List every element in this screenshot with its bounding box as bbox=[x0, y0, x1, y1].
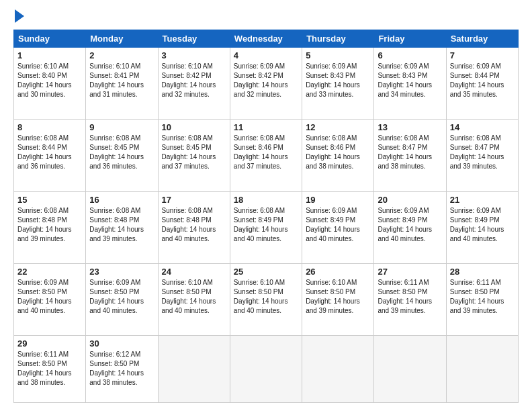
cell-line: Daylight: 14 hours bbox=[89, 81, 154, 90]
calendar-cell bbox=[446, 336, 518, 403]
cell-line: Sunset: 8:44 PM bbox=[450, 71, 515, 81]
cell-line: Daylight: 14 hours bbox=[17, 152, 82, 162]
cell-line: Sunrise: 6:09 AM bbox=[450, 62, 515, 71]
cell-line: Sunset: 8:46 PM bbox=[306, 143, 370, 152]
day-number: 6 bbox=[378, 50, 442, 60]
cell-line: Sunrise: 6:10 AM bbox=[89, 62, 154, 71]
calendar-cell: 14Sunrise: 6:08 AMSunset: 8:47 PMDayligh… bbox=[446, 120, 518, 191]
cell-line: Sunset: 8:40 PM bbox=[17, 71, 82, 81]
cell-line: and 40 minutes. bbox=[306, 234, 370, 244]
cell-info: Sunrise: 6:11 AMSunset: 8:50 PMDaylight:… bbox=[450, 278, 515, 316]
cell-info: Sunrise: 6:11 AMSunset: 8:50 PMDaylight:… bbox=[378, 278, 442, 316]
weekday-header: Saturday bbox=[446, 30, 518, 48]
cell-line: Sunrise: 6:09 AM bbox=[89, 278, 154, 287]
cell-line: Daylight: 14 hours bbox=[234, 81, 298, 90]
calendar-cell: 22Sunrise: 6:09 AMSunset: 8:50 PMDayligh… bbox=[14, 263, 86, 335]
cell-line: Sunset: 8:49 PM bbox=[234, 216, 298, 225]
day-number: 26 bbox=[306, 267, 370, 277]
cell-line: Sunrise: 6:08 AM bbox=[17, 134, 82, 143]
cell-line: Sunset: 8:42 PM bbox=[234, 71, 298, 81]
cell-line: and 40 minutes. bbox=[234, 234, 298, 244]
cell-info: Sunrise: 6:08 AMSunset: 8:44 PMDaylight:… bbox=[17, 134, 82, 171]
cell-line: Daylight: 14 hours bbox=[450, 152, 515, 162]
cell-line: and 33 minutes. bbox=[306, 90, 370, 99]
calendar-cell bbox=[374, 336, 446, 403]
cell-line: Daylight: 14 hours bbox=[89, 369, 154, 378]
cell-line: Sunset: 8:50 PM bbox=[17, 287, 82, 297]
cell-info: Sunrise: 6:11 AMSunset: 8:50 PMDaylight:… bbox=[17, 350, 82, 387]
calendar-cell: 4Sunrise: 6:09 AMSunset: 8:42 PMDaylight… bbox=[230, 48, 302, 120]
day-number: 30 bbox=[89, 338, 154, 349]
calendar-cell: 11Sunrise: 6:08 AMSunset: 8:46 PMDayligh… bbox=[230, 120, 302, 191]
cell-line: and 34 minutes. bbox=[378, 90, 442, 99]
calendar-cell: 9Sunrise: 6:08 AMSunset: 8:45 PMDaylight… bbox=[86, 120, 158, 191]
cell-line: and 38 minutes. bbox=[306, 162, 370, 171]
cell-line: Sunset: 8:50 PM bbox=[450, 287, 515, 297]
cell-line: Daylight: 14 hours bbox=[450, 225, 515, 234]
cell-line: Sunset: 8:50 PM bbox=[162, 287, 226, 297]
cell-line: Sunset: 8:49 PM bbox=[450, 216, 515, 225]
cell-line: and 39 minutes. bbox=[450, 162, 515, 171]
day-number: 19 bbox=[306, 195, 370, 205]
cell-line: and 35 minutes. bbox=[450, 90, 515, 99]
cell-line: Sunset: 8:45 PM bbox=[89, 143, 154, 152]
cell-line: Sunset: 8:50 PM bbox=[306, 287, 370, 297]
cell-info: Sunrise: 6:08 AMSunset: 8:48 PMDaylight:… bbox=[89, 206, 154, 244]
cell-line: and 30 minutes. bbox=[17, 90, 82, 99]
cell-line: Sunrise: 6:12 AM bbox=[89, 350, 154, 359]
calendar-cell bbox=[302, 336, 374, 403]
day-number: 11 bbox=[234, 122, 298, 132]
calendar-cell: 21Sunrise: 6:09 AMSunset: 8:49 PMDayligh… bbox=[446, 191, 518, 263]
cell-line: Daylight: 14 hours bbox=[89, 225, 154, 234]
cell-line: and 39 minutes. bbox=[378, 306, 442, 316]
calendar-cell: 13Sunrise: 6:08 AMSunset: 8:47 PMDayligh… bbox=[374, 120, 446, 191]
cell-line: Sunrise: 6:08 AM bbox=[89, 134, 154, 143]
cell-line: Sunrise: 6:09 AM bbox=[378, 62, 442, 71]
cell-line: Sunrise: 6:09 AM bbox=[234, 62, 298, 71]
day-number: 3 bbox=[162, 50, 226, 60]
cell-line: Daylight: 14 hours bbox=[306, 297, 370, 306]
cell-line: Sunrise: 6:11 AM bbox=[17, 350, 82, 359]
cell-line: Sunset: 8:41 PM bbox=[89, 71, 154, 81]
day-number: 25 bbox=[234, 267, 298, 277]
calendar-cell: 30Sunrise: 6:12 AMSunset: 8:50 PMDayligh… bbox=[86, 336, 158, 403]
cell-line: Sunrise: 6:08 AM bbox=[450, 134, 515, 143]
day-number: 12 bbox=[306, 122, 370, 132]
cell-line: Daylight: 14 hours bbox=[17, 81, 82, 90]
cell-line: and 40 minutes. bbox=[450, 234, 515, 244]
day-number: 28 bbox=[450, 267, 515, 277]
cell-line: and 40 minutes. bbox=[17, 306, 82, 316]
cell-line: Daylight: 14 hours bbox=[162, 225, 226, 234]
calendar-cell: 16Sunrise: 6:08 AMSunset: 8:48 PMDayligh… bbox=[86, 191, 158, 263]
cell-line: Sunset: 8:46 PM bbox=[234, 143, 298, 152]
calendar-cell: 12Sunrise: 6:08 AMSunset: 8:46 PMDayligh… bbox=[302, 120, 374, 191]
day-number: 27 bbox=[378, 267, 442, 277]
cell-line: Sunrise: 6:08 AM bbox=[234, 206, 298, 216]
day-number: 22 bbox=[17, 267, 82, 277]
cell-line: Daylight: 14 hours bbox=[306, 81, 370, 90]
cell-line: Sunset: 8:43 PM bbox=[378, 71, 442, 81]
calendar-cell: 17Sunrise: 6:08 AMSunset: 8:48 PMDayligh… bbox=[158, 191, 230, 263]
cell-line: and 38 minutes. bbox=[89, 378, 154, 387]
day-number: 13 bbox=[378, 122, 442, 132]
cell-line: and 40 minutes. bbox=[89, 306, 154, 316]
day-number: 9 bbox=[89, 122, 154, 132]
cell-line: and 39 minutes. bbox=[17, 234, 82, 244]
logo bbox=[13, 11, 24, 23]
calendar-cell: 20Sunrise: 6:09 AMSunset: 8:49 PMDayligh… bbox=[374, 191, 446, 263]
page: SundayMondayTuesdayWednesdayThursdayFrid… bbox=[0, 0, 532, 411]
cell-info: Sunrise: 6:10 AMSunset: 8:42 PMDaylight:… bbox=[162, 62, 226, 99]
cell-line: Sunrise: 6:08 AM bbox=[162, 134, 226, 143]
cell-line: and 40 minutes. bbox=[378, 234, 442, 244]
cell-line: Sunset: 8:47 PM bbox=[450, 143, 515, 152]
weekday-header: Friday bbox=[374, 30, 446, 48]
cell-line: Sunset: 8:45 PM bbox=[162, 143, 226, 152]
cell-line: Daylight: 14 hours bbox=[378, 297, 442, 306]
cell-line: and 36 minutes. bbox=[17, 162, 82, 171]
cell-line: Daylight: 14 hours bbox=[450, 297, 515, 306]
cell-line: Sunrise: 6:09 AM bbox=[306, 206, 370, 216]
cell-line: and 40 minutes. bbox=[234, 306, 298, 316]
cell-line: Sunrise: 6:09 AM bbox=[306, 62, 370, 71]
cell-line: Sunset: 8:44 PM bbox=[17, 143, 82, 152]
cell-info: Sunrise: 6:10 AMSunset: 8:50 PMDaylight:… bbox=[162, 278, 226, 316]
